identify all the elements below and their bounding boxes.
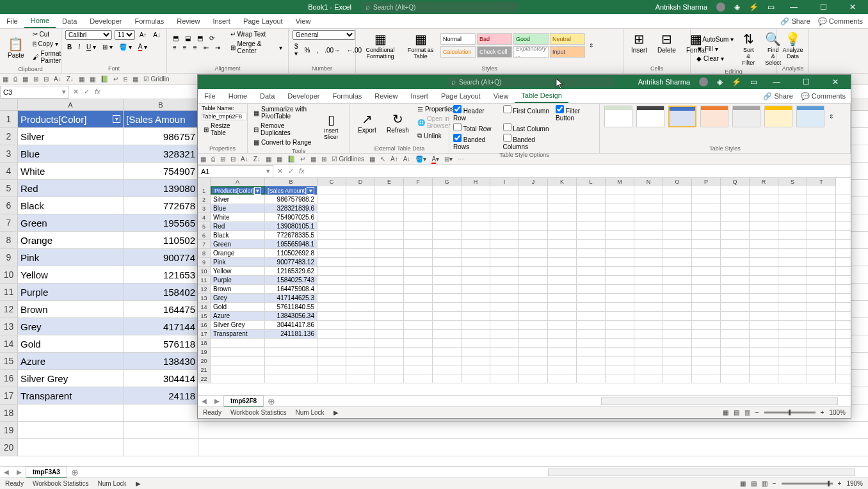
number-format-select[interactable]: General bbox=[293, 30, 355, 40]
empty-cell[interactable] bbox=[750, 186, 778, 195]
empty-cell[interactable] bbox=[433, 374, 462, 383]
empty-cell[interactable] bbox=[548, 294, 577, 302]
empty-cell[interactable] bbox=[577, 357, 606, 365]
empty-cell[interactable] bbox=[490, 312, 519, 320]
empty-cell[interactable] bbox=[634, 348, 663, 356]
empty-cell[interactable] bbox=[375, 258, 404, 266]
empty-cell[interactable] bbox=[663, 204, 692, 212]
qa-sort-az-icon[interactable]: A↓ bbox=[241, 156, 248, 163]
qa-icon[interactable]: ▦ bbox=[90, 76, 95, 83]
table-style-4[interactable] bbox=[700, 106, 728, 127]
first-col-check[interactable]: First Column bbox=[503, 105, 550, 122]
empty-cell[interactable] bbox=[346, 365, 375, 374]
row-header[interactable]: 21 bbox=[198, 365, 211, 374]
row-header[interactable]: 2 bbox=[0, 128, 18, 145]
empty-cell[interactable] bbox=[778, 267, 807, 275]
empty-cell[interactable] bbox=[433, 276, 462, 284]
format-as-table-button[interactable]: ▦Format as Table bbox=[403, 30, 438, 61]
tab-developer[interactable]: Developer bbox=[281, 90, 326, 102]
empty-cell[interactable] bbox=[663, 222, 692, 230]
empty-cell[interactable] bbox=[750, 321, 778, 329]
empty-cell[interactable] bbox=[519, 303, 548, 311]
qa-icon[interactable]: 📗 bbox=[100, 76, 108, 83]
empty-cell[interactable] bbox=[18, 422, 124, 438]
empty-cell[interactable] bbox=[606, 204, 634, 212]
empty-cell[interactable] bbox=[519, 294, 548, 302]
tab-file[interactable]: File bbox=[0, 15, 24, 28]
empty-cell[interactable] bbox=[778, 330, 807, 338]
empty-cell[interactable] bbox=[606, 321, 634, 329]
empty-cell[interactable] bbox=[750, 249, 778, 257]
empty-cell[interactable] bbox=[404, 276, 433, 284]
empty-cell[interactable] bbox=[404, 357, 433, 365]
empty-cell[interactable] bbox=[750, 276, 778, 284]
comments-button[interactable]: 💬 Comments bbox=[818, 17, 863, 26]
empty-cell[interactable] bbox=[433, 321, 462, 329]
qa-icon[interactable]: ▦ bbox=[200, 156, 206, 163]
empty-cell[interactable] bbox=[807, 186, 836, 195]
empty-cell[interactable] bbox=[433, 365, 462, 374]
col-header[interactable]: S bbox=[778, 178, 807, 186]
empty-cell[interactable] bbox=[462, 195, 490, 204]
table-cell[interactable]: 57611840.55 bbox=[265, 303, 317, 311]
empty-cell[interactable] bbox=[807, 374, 836, 383]
qa-icon[interactable]: ⊟ bbox=[44, 76, 49, 83]
empty-cell[interactable] bbox=[663, 321, 692, 329]
close-button[interactable]: ✕ bbox=[825, 77, 846, 86]
table-cell[interactable]: Blue bbox=[211, 204, 265, 212]
empty-cell[interactable] bbox=[404, 312, 433, 320]
table-cell[interactable]: Azure bbox=[211, 312, 265, 320]
empty-cell[interactable] bbox=[433, 204, 462, 212]
empty-cell[interactable] bbox=[548, 303, 577, 311]
empty-cell[interactable] bbox=[317, 195, 346, 204]
empty-cell[interactable] bbox=[404, 294, 433, 302]
table-cell[interactable]: Green bbox=[18, 214, 124, 231]
empty-cell[interactable] bbox=[721, 222, 750, 230]
empty-cell[interactable] bbox=[375, 365, 404, 374]
row-header[interactable]: 7 bbox=[198, 240, 211, 248]
empty-cell[interactable] bbox=[692, 348, 721, 356]
font-name-select[interactable]: Calibri bbox=[65, 30, 112, 40]
empty-cell[interactable] bbox=[606, 285, 634, 293]
diamond-icon[interactable]: ◈ bbox=[717, 77, 723, 86]
empty-cell[interactable] bbox=[462, 312, 490, 320]
avatar[interactable] bbox=[699, 77, 708, 86]
empty-cell[interactable] bbox=[663, 285, 692, 293]
empty-cell[interactable] bbox=[346, 249, 375, 257]
empty-cell[interactable] bbox=[462, 186, 490, 195]
table-header-cell[interactable]: [Sales Amoun bbox=[124, 111, 198, 127]
qa-icon[interactable]: ↖ bbox=[380, 156, 385, 163]
empty-cell[interactable] bbox=[778, 213, 807, 221]
empty-cell[interactable] bbox=[577, 213, 606, 221]
qa-icon[interactable]: ▦ bbox=[3, 76, 8, 83]
empty-cell[interactable] bbox=[375, 249, 404, 257]
empty-cell[interactable] bbox=[211, 374, 265, 383]
empty-cell[interactable] bbox=[490, 303, 519, 311]
row-header[interactable]: 20 bbox=[0, 439, 18, 456]
empty-cell[interactable] bbox=[778, 348, 807, 356]
empty-cell[interactable] bbox=[807, 240, 836, 248]
empty-cell[interactable] bbox=[663, 330, 692, 338]
status-wbstats[interactable]: Workbook Statistics bbox=[33, 480, 89, 487]
empty-cell[interactable] bbox=[692, 240, 721, 248]
empty-cell[interactable] bbox=[721, 312, 750, 320]
empty-cell[interactable] bbox=[634, 294, 663, 302]
qa-icon[interactable]: ▦ bbox=[79, 76, 84, 83]
table-cell[interactable]: Purple bbox=[211, 276, 265, 284]
empty-cell[interactable] bbox=[634, 312, 663, 320]
empty-cell[interactable] bbox=[663, 267, 692, 275]
row-header[interactable]: 6 bbox=[0, 197, 18, 214]
empty-cell[interactable] bbox=[807, 249, 836, 257]
empty-cell[interactable] bbox=[519, 357, 548, 365]
empty-cell[interactable] bbox=[634, 222, 663, 230]
empty-cell[interactable] bbox=[663, 258, 692, 266]
empty-cell[interactable] bbox=[778, 303, 807, 311]
table-cell[interactable]: Gold bbox=[211, 303, 265, 311]
view-normal-icon[interactable]: ▦ bbox=[723, 409, 728, 416]
col-header[interactable]: N bbox=[634, 178, 663, 186]
empty-cell[interactable] bbox=[778, 231, 807, 239]
table-cell[interactable]: White bbox=[211, 213, 265, 221]
empty-cell[interactable] bbox=[577, 321, 606, 329]
empty-cell[interactable] bbox=[606, 339, 634, 347]
table-cell[interactable]: 772678 bbox=[124, 197, 198, 214]
